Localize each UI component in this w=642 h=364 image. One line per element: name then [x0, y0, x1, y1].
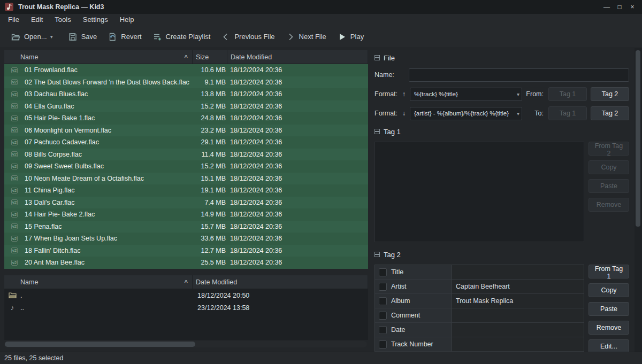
tag1-paste-button[interactable]: Paste — [588, 179, 629, 193]
file-row[interactable]: v2 17 When Big Joan Sets Up.flac 33.6 MB… — [4, 233, 368, 245]
column-header-name[interactable]: Name ^ — [4, 275, 193, 289]
format-to-combobox[interactable]: {artist} - %{album}/%{track} %{title} ▾ — [410, 107, 522, 120]
file-row[interactable]: v2 09 Sweet Sweet Bulbs.flac 15.2 MB 18/… — [4, 160, 368, 173]
create-playlist-button[interactable]: Create Playlist — [148, 29, 215, 44]
to-label: To: — [534, 110, 544, 117]
field-label: Date — [391, 326, 405, 334]
statusbar: 25 files, 25 selected — [0, 352, 642, 364]
tag-indicator-icon: v2 — [11, 236, 18, 242]
tag1-fields-table[interactable] — [374, 142, 584, 242]
tag1-buttons: From Tag 2 Copy Paste Remove — [588, 142, 629, 212]
horizontal-scrollbar-thumb[interactable] — [5, 342, 195, 347]
tag2-section-header[interactable]: Tag 2 — [374, 250, 629, 259]
column-header-size[interactable]: Size — [193, 50, 227, 64]
file-row[interactable]: v2 07 Pachuco Cadaver.flac 29.1 MB 18/12… — [4, 136, 368, 149]
file-row[interactable]: v2 13 Dali's Car.flac 7.4 MB 18/12/2024 … — [4, 197, 368, 209]
play-button[interactable]: Play — [333, 29, 368, 44]
field-name-cell[interactable]: Date — [375, 323, 452, 337]
column-header-name[interactable]: Name ^ — [4, 50, 193, 64]
file-row[interactable]: v2 08 Bills Corpse.flac 11.4 MB 18/12/20… — [4, 149, 368, 161]
field-value-cell[interactable]: Trout Mask Replica — [452, 294, 584, 308]
file-row[interactable]: v2 01 Frownland.flac 10.6 MB 18/12/2024 … — [4, 64, 368, 76]
file-row[interactable]: v2 03 Dachau Blues.flac 13.8 MB 18/12/20… — [4, 88, 368, 100]
tag1-copy-button[interactable]: Copy — [588, 160, 629, 174]
tag-indicator-icon: v2 — [11, 188, 18, 193]
file-modified: 18/12/2024 20:36 — [227, 211, 368, 218]
field-value-cell[interactable] — [452, 308, 584, 323]
folder-name: .. — [20, 304, 193, 312]
menu-item[interactable]: Settings — [77, 14, 114, 26]
file-row[interactable]: v2 15 Pena.flac 15.7 MB 18/12/2024 20:36 — [4, 221, 368, 233]
splitter-handle[interactable] — [4, 269, 368, 275]
file-row[interactable]: v2 02 The Dust Blows Forward 'n the Dust… — [4, 76, 368, 89]
field-value-cell[interactable] — [452, 323, 584, 337]
vertical-scrollbar-thumb[interactable] — [636, 50, 640, 227]
field-checkbox[interactable] — [379, 340, 387, 348]
file-row[interactable]: v2 06 Moonlight on Vermont.flac 23.2 MB … — [4, 125, 368, 137]
titlebar[interactable]: Trout Mask Replica — Kid3 — □ × — [0, 0, 642, 14]
field-checkbox[interactable] — [379, 297, 387, 305]
folder-modified: 18/12/2024 20:50 — [193, 292, 368, 299]
field-checkbox[interactable] — [379, 326, 387, 334]
menu-item[interactable]: Edit — [25, 14, 49, 26]
file-row[interactable]: v2 10 Neon Meate Dream of a Octafish.fla… — [4, 173, 368, 185]
tag2-from-tag1-button[interactable]: From Tag 1 — [588, 265, 629, 278]
maximize-button[interactable]: □ — [613, 2, 626, 12]
tag2-edit-button[interactable]: Edit... — [588, 339, 629, 352]
filename-input[interactable] — [409, 68, 629, 82]
open-dropdown-arrow[interactable]: ▾ — [50, 34, 56, 40]
field-name-cell[interactable]: Title — [375, 265, 452, 280]
file-name: 08 Bills Corpse.flac — [25, 151, 193, 158]
from-tag1-button[interactable]: Tag 1 — [548, 87, 587, 101]
to-tag1-button[interactable]: Tag 1 — [548, 106, 587, 120]
file-row[interactable]: v2 18 Fallin' Ditch.flac 12.7 MB 18/12/2… — [4, 245, 368, 257]
tag-indicator-icon: v2 — [11, 151, 18, 157]
field-checkbox[interactable] — [379, 312, 387, 320]
tag2-remove-button[interactable]: Remove — [588, 321, 629, 335]
folder-row-current[interactable]: . 18/12/2024 20:50 — [4, 289, 368, 301]
tag1-remove-button[interactable]: Remove — [588, 198, 629, 212]
next-file-button[interactable]: Next File — [281, 29, 331, 44]
tag-indicator-icon: v2 — [11, 67, 18, 73]
file-section-header[interactable]: File — [374, 53, 629, 62]
menu-item[interactable]: File — [2, 14, 25, 26]
field-value-cell[interactable] — [452, 265, 584, 280]
field-checkbox[interactable] — [379, 283, 387, 291]
field-value-cell[interactable] — [452, 337, 584, 352]
file-row[interactable]: v2 05 Hair Pie- Bake 1.flac 24.8 MB 18/1… — [4, 112, 368, 125]
file-row[interactable]: v2 20 Ant Man Bee.flac 25.5 MB 18/12/202… — [4, 257, 368, 269]
field-name-cell[interactable]: Artist — [375, 280, 452, 294]
minimize-button[interactable]: — — [600, 2, 613, 12]
tag1-from-tag2-button[interactable]: From Tag 2 — [588, 142, 629, 156]
horizontal-scrollbar[interactable] — [4, 341, 367, 347]
file-row[interactable]: v2 14 Hair Pie- Bake 2.flac 14.9 MB 18/1… — [4, 208, 368, 221]
arrow-up-icon: ↑ — [402, 90, 410, 98]
folder-row-parent[interactable]: ♪ .. 23/12/2024 13:58 — [4, 301, 368, 314]
field-checkbox[interactable] — [379, 268, 387, 276]
file-row[interactable]: v2 04 Ella Guru.flac 15.2 MB 18/12/2024 … — [4, 100, 368, 113]
previous-file-button[interactable]: Previous File — [217, 29, 279, 44]
open-button[interactable]: Open... — [6, 29, 51, 44]
file-name: 09 Sweet Sweet Bulbs.flac — [25, 162, 193, 170]
format-from-combobox[interactable]: %{track} %{title} ▾ — [410, 88, 522, 101]
vertical-scrollbar[interactable] — [635, 48, 642, 352]
field-name-cell[interactable]: Track Number — [375, 337, 452, 352]
tag1-section-header[interactable]: Tag 1 — [374, 127, 629, 136]
from-tag2-button[interactable]: Tag 2 — [591, 87, 629, 101]
menu-item[interactable]: Tools — [49, 14, 77, 26]
field-name-cell[interactable]: Album — [375, 294, 452, 308]
tag2-copy-button[interactable]: Copy — [588, 283, 629, 297]
save-button[interactable]: Save — [64, 29, 102, 44]
column-header-modified[interactable]: Date Modified — [227, 50, 368, 64]
tag2-paste-button[interactable]: Paste — [588, 302, 629, 316]
field-value-cell[interactable]: Captain Beefheart — [452, 280, 584, 294]
file-row[interactable]: v2 11 China Pig.flac 19.1 MB 18/12/2024 … — [4, 184, 368, 197]
file-size: 10.6 MB — [193, 66, 227, 74]
field-name-cell[interactable]: Comment — [375, 308, 452, 323]
to-tag2-button[interactable]: Tag 2 — [591, 106, 629, 120]
revert-button[interactable]: Revert — [103, 29, 146, 44]
menu-item[interactable]: Help — [114, 14, 140, 26]
filename-row: Name: — [374, 68, 629, 82]
column-header-modified[interactable]: Date Modified — [193, 275, 368, 289]
close-button[interactable]: × — [626, 2, 639, 12]
